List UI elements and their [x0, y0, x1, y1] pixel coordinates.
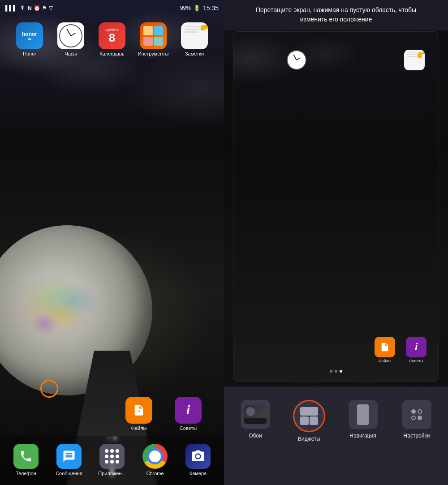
preview-notes-icon: [404, 50, 425, 70]
widgets-icon: [300, 407, 318, 425]
note-line-3: [185, 31, 198, 33]
preview-tips-label: Советы: [409, 359, 423, 364]
apps-dot: [110, 460, 114, 464]
phone-label: Телефон: [16, 471, 36, 476]
wallpaper-thumb: [244, 405, 267, 424]
wallpaper-bottom: [244, 418, 267, 424]
honor-icon: honor🛍: [16, 22, 43, 49]
widget-cell-bl: [300, 416, 309, 425]
wallpaper-icon-box: [241, 400, 270, 429]
phone-preview-card[interactable]: ⌂ honor Honor Часы суббо: [233, 31, 439, 382]
flag-icon: ⚑: [42, 5, 47, 11]
tooltip-bar: Перетащите экран, нажимая на пустую обла…: [224, 0, 448, 30]
clock-label: Часы: [65, 51, 77, 57]
preview-background: [233, 32, 439, 382]
preview-note-line-2: [407, 54, 422, 55]
notes-corner: [202, 22, 208, 29]
s-dot-4: [418, 416, 422, 420]
chrome-inner: [147, 448, 163, 464]
note-line-2: [185, 29, 204, 30]
preview-dot-2: [335, 370, 337, 373]
navigation-icon: [357, 404, 369, 425]
cal-day-num: 8: [109, 32, 115, 43]
settings-label: Настройки: [404, 433, 430, 439]
tips-app[interactable]: i Советы: [170, 397, 206, 431]
calendar-icon: суббота 8: [99, 22, 125, 49]
settings-icon: [411, 409, 422, 420]
apps-dot: [116, 460, 119, 464]
preview-files-app: Файлы: [371, 337, 398, 364]
notes-icon-el: [181, 22, 208, 49]
preview-files-label: Файлы: [379, 359, 392, 364]
chrome-app[interactable]: Chrome: [137, 444, 173, 476]
camera-icon: [185, 444, 211, 469]
phone-svg: [19, 450, 33, 463]
menu-settings[interactable]: Настройки: [396, 400, 437, 439]
clock-app[interactable]: Часы: [53, 22, 89, 57]
right-panel: Перетащите экран, нажимая на пустую обла…: [224, 0, 448, 485]
tips-icon: i: [175, 397, 202, 424]
apps-dot: [116, 455, 119, 458]
tips-letter: i: [186, 403, 190, 417]
preview-note-line-3: [407, 56, 418, 57]
calendar-label: Календарь: [99, 51, 125, 57]
apps-launcher[interactable]: Приложен...: [94, 444, 130, 476]
tools-icon: [140, 22, 167, 49]
s-dot-2: [418, 409, 422, 414]
honor-logo: honor🛍: [22, 31, 37, 41]
note-line-1: [185, 26, 204, 27]
settings-row-2: [411, 416, 422, 420]
preview-tips-letter: i: [415, 341, 418, 353]
sms-icon: [56, 444, 82, 469]
preview-page-dots: [330, 370, 342, 373]
chrome-center: [149, 451, 161, 462]
chrome-label: Chrome: [146, 471, 164, 476]
camera-app[interactable]: Камера: [180, 444, 216, 476]
clock-face: [59, 24, 82, 47]
preview-note-line-1: [407, 52, 422, 53]
tools-grid: [140, 22, 167, 49]
s-dot-1: [411, 409, 416, 414]
navigation-icon-box: [349, 400, 378, 429]
wallpaper-label: Обои: [249, 433, 262, 439]
sms-app[interactable]: Сообщения: [51, 444, 87, 476]
orange-ring-indicator: [40, 380, 58, 398]
settings-row-1: [411, 409, 422, 414]
notes-app[interactable]: Заметки: [177, 22, 212, 57]
sms-svg: [62, 450, 76, 463]
tools-app[interactable]: Инструменты: [135, 22, 171, 57]
apps-dot: [105, 449, 108, 453]
phone-app[interactable]: Телефон: [8, 444, 44, 476]
preview-notes-corner: [420, 50, 425, 54]
notes-lines: [185, 26, 204, 46]
apps-dot: [116, 449, 119, 453]
menu-navigation[interactable]: Навигация: [343, 400, 383, 439]
menu-widgets[interactable]: Виджеты: [289, 400, 329, 442]
tools-cell-2: [154, 26, 164, 35]
alarm-icon: ⏰: [34, 5, 40, 11]
files-app[interactable]: Файлы: [121, 397, 157, 431]
preview-files-icon: [375, 337, 395, 357]
widget-cell-br: [310, 416, 318, 425]
camera-label: Камера: [190, 471, 207, 476]
apps-icon: [99, 444, 125, 469]
preview-files-svg: [380, 342, 390, 352]
menu-wallpaper[interactable]: Обои: [235, 400, 276, 439]
calendar-face: суббота 8: [105, 28, 119, 43]
nfc-icon: N: [28, 5, 32, 12]
preview-dot-1: [330, 370, 332, 373]
tooltip-text: Перетащите экран, нажимая на пустую обла…: [256, 6, 416, 23]
files-svg: [133, 404, 145, 416]
signal-icon: ▌▌▌: [5, 5, 17, 11]
statusbar-left: ▌▌▌ N ⏰ ⚑ ▽: [5, 5, 53, 12]
settings-icon-box: [402, 400, 431, 429]
preview-notes-lines: [407, 52, 422, 68]
left-panel: ▌▌▌ N ⏰ ⚑ ▽ 99% 🔋 15:35 honor🛍: [0, 0, 224, 485]
widgets-label: Виджеты: [298, 436, 320, 442]
calendar-app[interactable]: суббота 8 Календарь: [94, 22, 130, 57]
widgets-icon-box: [293, 400, 325, 432]
time-display: 15:35: [203, 4, 219, 12]
honor-app[interactable]: honor🛍 Honor: [12, 22, 47, 57]
phone-icon: [13, 444, 39, 469]
preview-tips-app: i Советы: [403, 337, 430, 364]
